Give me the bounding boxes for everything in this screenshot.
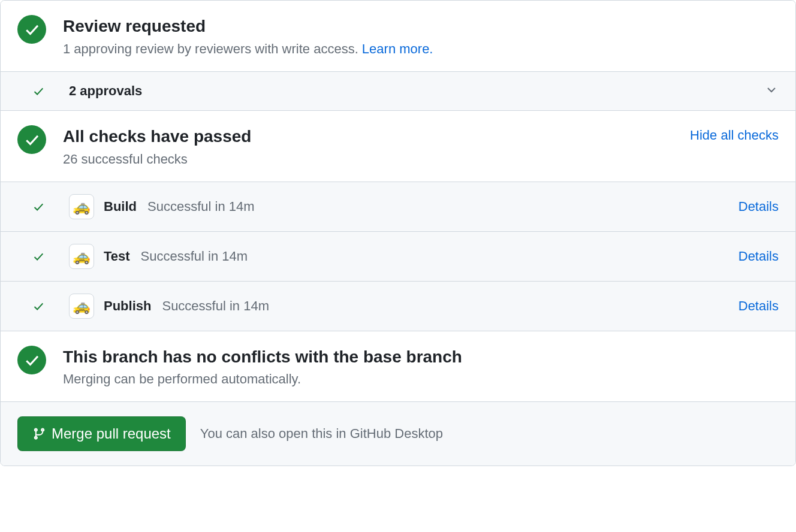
taxi-icon: 🚕 (73, 200, 91, 214)
conflicts-section: This branch has no conflicts with the ba… (1, 331, 795, 403)
review-title: Review requested (63, 15, 779, 38)
learn-more-link[interactable]: Learn more. (362, 41, 433, 56)
footer-hint: You can also open this in GitHub Desktop (200, 426, 443, 442)
check-details-link[interactable]: Details (738, 249, 779, 264)
status-success-icon (17, 125, 46, 154)
check-details-link[interactable]: Details (738, 199, 779, 214)
check-name: Publish (104, 298, 151, 314)
check-row: 🚕 Build Successful in 14m Details (1, 182, 795, 232)
review-body: Review requested 1 approving review by r… (63, 15, 779, 57)
merge-pull-request-button[interactable]: Merge pull request (17, 416, 186, 451)
review-subtitle: 1 approving review by reviewers with wri… (63, 41, 779, 57)
check-row: 🚕 Publish Successful in 14m Details (1, 282, 795, 331)
conflicts-body: This branch has no conflicts with the ba… (63, 346, 779, 388)
merge-button-label: Merge pull request (52, 425, 171, 442)
approvals-text: 2 approvals (69, 83, 764, 99)
status-success-icon (17, 346, 46, 374)
check-status: Successful in 14m (147, 199, 738, 214)
check-details-link[interactable]: Details (738, 298, 779, 314)
status-success-icon (17, 15, 46, 44)
review-section: Review requested 1 approving review by r… (1, 1, 795, 72)
check-name: Build (104, 199, 137, 214)
chevron-down-icon (764, 83, 779, 99)
check-avatar: 🚕 (69, 294, 94, 319)
check-status: Successful in 14m (162, 298, 738, 314)
check-icon (32, 200, 45, 213)
merge-footer: Merge pull request You can also open thi… (1, 402, 795, 466)
hide-all-checks-link[interactable]: Hide all checks (690, 125, 779, 143)
check-icon (32, 84, 45, 98)
checks-subtitle: 26 successful checks (63, 152, 690, 167)
checks-header: All checks have passed 26 successful che… (1, 111, 795, 182)
conflicts-title: This branch has no conflicts with the ba… (63, 346, 779, 368)
approvals-row[interactable]: 2 approvals (1, 72, 795, 111)
merge-status-box: Review requested 1 approving review by r… (0, 0, 796, 466)
check-name: Test (104, 249, 130, 264)
check-avatar: 🚕 (69, 244, 94, 269)
check-row: 🚕 Test Successful in 14m Details (1, 232, 795, 282)
review-subtitle-text: 1 approving review by reviewers with wri… (63, 41, 362, 56)
checks-title: All checks have passed (63, 125, 690, 148)
checks-body: All checks have passed 26 successful che… (63, 125, 690, 167)
check-avatar: 🚕 (69, 194, 94, 219)
taxi-icon: 🚕 (73, 249, 91, 264)
check-icon (32, 250, 45, 263)
conflicts-subtitle: Merging can be performed automatically. (63, 371, 779, 387)
check-icon (32, 300, 45, 313)
check-status: Successful in 14m (141, 249, 738, 264)
git-merge-icon (32, 427, 46, 440)
taxi-icon: 🚕 (73, 299, 91, 313)
